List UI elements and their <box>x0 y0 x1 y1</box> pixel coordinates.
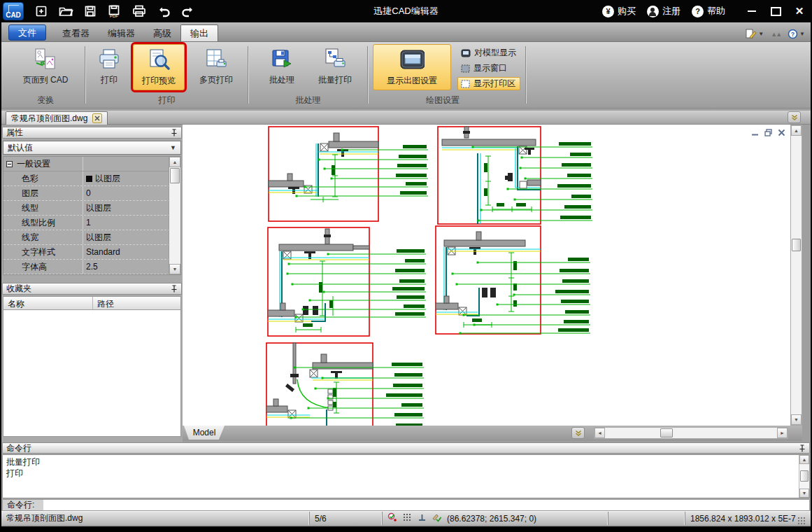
buy-label: 购买 <box>618 5 636 18</box>
property-row-layer[interactable]: 图层 0 <box>3 186 180 201</box>
new-file-icon[interactable] <box>32 3 50 20</box>
command-input[interactable] <box>43 500 809 510</box>
mdi-minimize-icon[interactable] <box>750 128 760 137</box>
favorites-list[interactable] <box>3 310 181 437</box>
scroll-left-icon[interactable] <box>594 428 605 438</box>
to-model-display-button[interactable]: 对模型显示 <box>457 46 521 59</box>
print-button[interactable]: 打印 <box>91 44 127 90</box>
group-separator <box>85 46 86 104</box>
color-swatch <box>86 176 92 182</box>
polar-icon[interactable] <box>432 512 442 524</box>
undo-icon[interactable] <box>155 3 173 20</box>
print-icon[interactable] <box>130 3 148 20</box>
ortho-icon[interactable] <box>417 512 427 524</box>
titlebar-right: 购买 注册 帮助 <box>602 5 805 18</box>
maximize-button[interactable] <box>770 6 781 17</box>
drawing-canvas[interactable] <box>183 125 790 426</box>
help-ribbon-icon[interactable]: ? ▼ <box>788 29 805 39</box>
batch-print-button[interactable]: 批量打印 <box>311 44 359 90</box>
customize-icon[interactable]: ▼ <box>746 29 764 39</box>
show-print-area-button[interactable]: 显示打印区 <box>457 77 520 90</box>
command-scrollbar[interactable] <box>799 455 809 498</box>
status-page-indicator: 5/6 <box>310 512 383 525</box>
collapse-ribbon-icon[interactable]: ▲▲ <box>771 31 781 38</box>
property-row-linetype[interactable]: 线型 以图层 <box>3 201 180 216</box>
favorites-col-name[interactable]: 名称 <box>3 297 93 309</box>
cad-detail-3 <box>268 227 426 336</box>
tab-advanced[interactable]: 高级 <box>144 26 180 41</box>
cad-drawing[interactable] <box>183 125 790 426</box>
scrollbar-thumb[interactable] <box>800 470 809 482</box>
mdi-restore-icon[interactable] <box>764 128 773 137</box>
help-button[interactable]: 帮助 <box>692 5 725 18</box>
open-icon[interactable] <box>57 3 75 20</box>
pin-icon[interactable] <box>171 129 178 136</box>
property-row-text-height[interactable]: 字体高 2.5 <box>3 260 180 274</box>
favorites-col-path[interactable]: 路径 <box>93 297 180 309</box>
property-group-row[interactable]: 一般设置 <box>3 157 180 172</box>
group-separator <box>525 46 527 104</box>
show-window-button[interactable]: 显示窗口 <box>457 62 512 75</box>
tab-list-dropdown-button[interactable] <box>788 111 801 123</box>
yen-icon <box>602 6 614 18</box>
property-row-linetype-scale[interactable]: 线型比例 1 <box>3 216 180 230</box>
print-preview-icon <box>146 48 171 73</box>
scrollbar-thumb[interactable] <box>170 168 180 183</box>
scroll-down-icon[interactable] <box>799 489 809 498</box>
scroll-up-icon[interactable] <box>169 157 180 167</box>
caret-down-icon: ▼ <box>170 144 176 151</box>
tab-file[interactable]: 文件 <box>8 24 46 41</box>
property-row-lineweight[interactable]: 线宽 以图层 <box>3 230 180 245</box>
tab-editor[interactable]: 编辑器 <box>99 26 144 41</box>
multipage-print-button[interactable]: 多页打印 <box>190 44 242 90</box>
scrollbar-thumb[interactable] <box>660 428 673 438</box>
svg-text:?: ? <box>791 31 795 38</box>
cad-detail-1 <box>269 127 428 221</box>
collapse-icon[interactable] <box>6 161 13 167</box>
osnap-icon[interactable] <box>387 512 397 524</box>
save-pdf-icon[interactable]: PDF <box>106 3 124 20</box>
property-preset-select[interactable]: 默认值 ▼ <box>3 141 181 155</box>
resize-grip[interactable] <box>797 517 806 525</box>
model-tab[interactable]: Model <box>184 426 225 440</box>
command-history-line: 批量打印 <box>6 456 806 468</box>
property-grid: 一般设置 色彩 以图层 图层 0 线型 以图层 线型比例 1 <box>3 156 181 275</box>
tab-close-icon[interactable] <box>92 113 102 123</box>
scroll-down-icon[interactable] <box>169 264 180 274</box>
batch-print-icon <box>322 47 348 72</box>
tab-viewer[interactable]: 查看器 <box>53 26 99 41</box>
document-tab[interactable]: 常规吊顶剖面图.dwg <box>6 111 108 125</box>
scrollbar-thumb[interactable] <box>792 239 801 251</box>
minimize-button[interactable] <box>746 6 757 17</box>
batch-button[interactable]: 批处理 <box>262 44 301 90</box>
multipage-print-icon <box>204 47 229 72</box>
show-plot-settings-button[interactable]: 显示出图设置 <box>373 44 451 90</box>
scroll-up-icon[interactable] <box>791 125 802 136</box>
property-row-text-style[interactable]: 文字样式 Standard <box>3 245 180 260</box>
register-button[interactable]: 注册 <box>647 5 681 18</box>
property-row-color[interactable]: 色彩 以图层 <box>3 172 180 186</box>
close-button[interactable] <box>794 6 805 17</box>
page-to-cad-button[interactable]: 页面到 CAD <box>15 44 76 90</box>
status-drawing-size: 1856.824 x 1893.012 x 5E-7 <box>685 512 811 525</box>
redo-icon[interactable] <box>179 3 197 20</box>
grid-icon[interactable] <box>402 512 412 524</box>
tab-output[interactable]: 输出 <box>180 24 218 41</box>
mdi-close-icon[interactable] <box>777 128 786 137</box>
pin-icon[interactable] <box>799 444 806 452</box>
command-history[interactable]: 批量打印 打印 <box>2 454 810 498</box>
pin-icon[interactable] <box>171 285 178 293</box>
scroll-down-icon[interactable] <box>791 414 802 425</box>
layout-list-dropdown-button[interactable] <box>571 427 585 439</box>
canvas-vertical-scrollbar[interactable] <box>790 125 802 426</box>
properties-scrollbar[interactable] <box>169 157 180 274</box>
quick-toolbar: PDF <box>32 3 197 20</box>
print-preview-button[interactable]: 打印预览 <box>133 44 185 90</box>
save-icon[interactable] <box>81 3 99 20</box>
buy-button[interactable]: 购买 <box>602 5 636 18</box>
canvas-horizontal-scrollbar[interactable] <box>594 427 788 439</box>
chevron-down-icon <box>574 430 583 437</box>
scroll-up-icon[interactable] <box>799 455 809 464</box>
app-logo[interactable]: CAD <box>3 2 24 20</box>
scroll-right-icon[interactable] <box>777 428 788 438</box>
